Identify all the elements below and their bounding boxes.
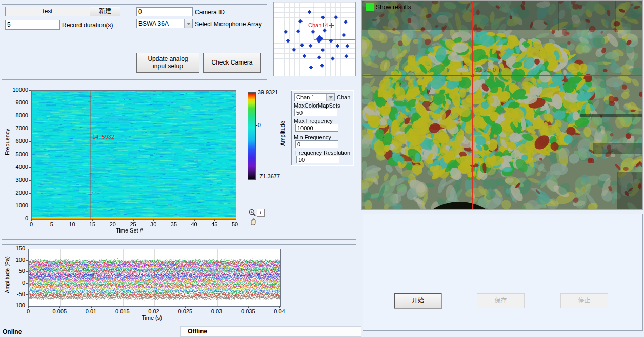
max-colormap-input[interactable]: 50: [294, 109, 337, 116]
tick-mark: [185, 306, 186, 308]
spectrogram-plot-frame: 14, 5932: [31, 90, 236, 220]
tick-label: 0: [27, 308, 30, 314]
tick-label: 0.02: [148, 308, 159, 314]
chan-select-value: Chan 1: [295, 94, 326, 101]
mic-array-label: Select Microphone Array: [195, 20, 262, 28]
tick-label: 5000: [16, 151, 28, 157]
tick-label: 0: [22, 280, 25, 286]
run-control-panel: 开始 保存 停止: [363, 214, 643, 331]
chevron-down-icon[interactable]: [184, 19, 192, 28]
colorbar-scale: -39.9321-0--71.3677: [256, 83, 292, 196]
tick-label: 8000: [16, 112, 28, 118]
tick-label: 10000: [12, 87, 28, 93]
show-results-checkbox[interactable]: [366, 3, 374, 11]
spectrogram-x-axis: 05101520253035404550: [31, 219, 235, 227]
tick-mark: [31, 219, 32, 221]
tick-mark: [133, 219, 134, 221]
show-results-label: Show results: [376, 4, 411, 11]
waveform-plot-frame: [28, 249, 281, 307]
session-name-input[interactable]: test: [5, 7, 90, 16]
tick-label: 0.015: [115, 308, 130, 314]
tick-mark: [72, 219, 72, 221]
colorbar-label: Amplitude: [279, 121, 286, 146]
tick-mark: [91, 306, 92, 308]
tick-mark: [217, 306, 217, 308]
tick-label: -39.9321: [256, 89, 278, 95]
tick-label: 150: [16, 245, 25, 251]
tick-mark: [154, 306, 154, 308]
camera-cursor-label: Cursor 0: [474, 67, 496, 73]
tick-mark: [52, 219, 52, 221]
tick-label: 40: [191, 221, 197, 227]
record-duration-input[interactable]: 5: [5, 20, 60, 30]
new-session-button[interactable]: 新建: [90, 7, 120, 16]
mic-array-plot[interactable]: [274, 2, 355, 76]
tick-label: 3000: [16, 177, 28, 183]
camera-id-label: Camera ID: [195, 9, 225, 16]
pan-hand-icon[interactable]: [249, 218, 257, 226]
tick-label: 0.04: [274, 308, 285, 314]
mic-array-select-value: BSWA 36A: [137, 19, 184, 28]
tick-label: 50: [232, 221, 238, 227]
offline-status-box: Offline: [180, 326, 361, 337]
analysis-controls-group: Chan 1 Chan MaxColorMapSets 50 Max Frequ…: [291, 91, 353, 165]
tick-mark: [123, 306, 123, 308]
tick-label: 35: [171, 221, 177, 227]
min-freq-label: Min Frequency: [294, 134, 331, 140]
mic-array-cursor-label: Chan14: [308, 22, 328, 28]
tick-label: 0.005: [52, 308, 67, 314]
waveform-plot[interactable]: [29, 249, 280, 306]
zoom-tool-icon[interactable]: [248, 209, 257, 217]
tick-label: 15: [89, 221, 95, 227]
spectrogram-y-axis: 1000090008000700060005000400030002000100…: [2, 83, 31, 227]
spectrogram-cursor-label: 14, 5932: [92, 134, 114, 140]
camera-image[interactable]: [362, 1, 642, 209]
max-freq-label: Max Frequency: [294, 118, 333, 124]
mic-array-select[interactable]: BSWA 36A: [136, 19, 193, 28]
min-freq-input[interactable]: 0: [295, 140, 338, 148]
tick-label: 10: [69, 221, 75, 227]
zoom-plus-icon[interactable]: +: [257, 209, 265, 217]
tick-label: -0: [256, 122, 261, 128]
tick-mark: [279, 306, 280, 308]
tick-label: -100: [14, 302, 25, 308]
tick-label: 2000: [16, 189, 28, 196]
start-button[interactable]: 开始: [394, 293, 441, 308]
tick-label: 0.01: [86, 308, 96, 314]
stop-button[interactable]: 停止: [560, 293, 608, 308]
freq-res-label: Frequency Resolution: [295, 150, 350, 156]
mic-array-panel: Chan14: [273, 2, 356, 76]
online-status: Online: [3, 328, 22, 335]
offline-status: Offline: [188, 328, 207, 335]
tick-label: --71.3677: [256, 173, 280, 179]
tick-mark: [174, 219, 174, 221]
waveform-x-axis: 00.0050.010.0150.020.0250.030.0350.04: [28, 306, 280, 314]
tick-label: 0.035: [241, 308, 255, 314]
tick-mark: [28, 306, 29, 308]
tick-label: 0.03: [211, 308, 222, 314]
setup-panel: test 新建 5 Record duration(s) 0 Camera ID…: [2, 4, 267, 80]
tick-label: -50: [17, 291, 25, 297]
max-freq-input[interactable]: 10000: [295, 124, 338, 132]
spectrogram-xlabel: Time Set #: [116, 227, 143, 234]
camera-id-input[interactable]: 0: [136, 7, 193, 16]
chan-select[interactable]: Chan 1: [294, 93, 335, 101]
waveform-y-axis: 150100500-50-100: [2, 245, 28, 311]
tick-label: 45: [211, 221, 217, 227]
check-camera-button[interactable]: Check Camera: [203, 53, 261, 73]
tick-label: 1000: [16, 202, 28, 208]
colorbar: [248, 92, 256, 180]
freq-res-input[interactable]: 10: [296, 156, 339, 163]
chevron-down-icon[interactable]: [326, 94, 334, 101]
tick-label: 20: [110, 221, 116, 227]
tick-mark: [194, 219, 195, 221]
tick-mark: [153, 219, 154, 221]
update-analog-input-button[interactable]: Update analog input setup: [136, 53, 199, 73]
save-button[interactable]: 保存: [477, 293, 525, 308]
tick-label: 50: [19, 268, 25, 274]
tick-label: 9000: [16, 99, 28, 106]
record-duration-label: Record duration(s): [62, 22, 113, 29]
tick-label: 100: [16, 257, 25, 263]
spectrogram-plot[interactable]: [32, 91, 236, 219]
tick-mark: [214, 219, 215, 221]
